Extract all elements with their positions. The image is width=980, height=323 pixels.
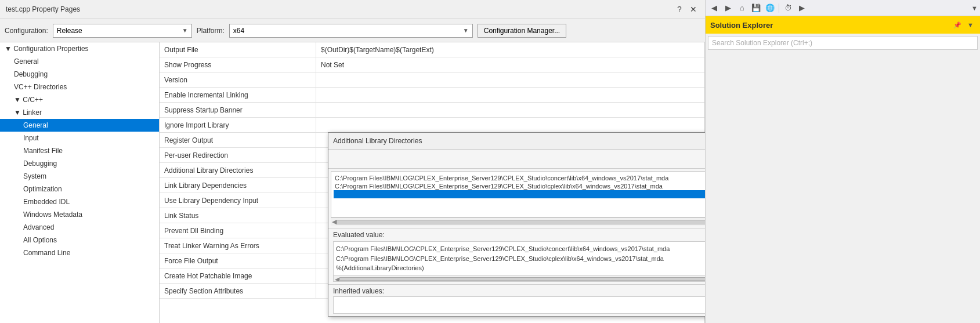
evaluated-value-box: C:\Program Files\IBM\ILOG\CPLEX_Enterpri… xyxy=(333,241,705,282)
evaluated-text: C:\Program Files\IBM\ILOG\CPLEX_Enterpri… xyxy=(334,242,705,275)
se-pin-btn[interactable]: 📌 xyxy=(952,21,963,30)
sidebar-item-input[interactable]: Input xyxy=(0,132,159,144)
globe-icon: 🌐 xyxy=(765,3,775,12)
se-forward-btn[interactable]: ▶ xyxy=(722,2,735,14)
sidebar-item-general[interactable]: General xyxy=(0,55,159,68)
configuration-value: Release xyxy=(57,27,82,35)
popup-titlebar: Additional Library Directories ? ✕ xyxy=(328,133,705,150)
se-expand-icon[interactable]: ▼ xyxy=(971,5,978,12)
sidebar-item-linker[interactable]: ▼ Linker xyxy=(0,106,159,119)
se-back-btn[interactable]: ◀ xyxy=(708,2,721,14)
sidebar-item-config-props[interactable]: ▼ Configuration Properties xyxy=(0,42,159,55)
property-name: Create Hot Patchable Image xyxy=(160,268,316,283)
list-item[interactable] xyxy=(334,190,705,198)
sidebar-item-label-debugging: Debugging xyxy=(14,70,48,78)
sidebar-item-linker-general[interactable]: General xyxy=(0,119,159,132)
property-name: Link Status xyxy=(160,208,316,223)
popup-edit-area: C:\Program Files\IBM\ILOG\CPLEX_Enterpri… xyxy=(328,169,705,228)
sidebar-item-label-optimization: Optimization xyxy=(23,185,62,193)
sidebar-item-label-input: Input xyxy=(23,134,39,142)
sidebar-item-all-options[interactable]: All Options xyxy=(0,234,159,246)
property-name: Suppress Startup Banner xyxy=(160,103,316,117)
dialog-question-btn[interactable]: ? xyxy=(674,3,685,15)
sidebar-item-manifest-file[interactable]: Manifest File xyxy=(0,144,159,157)
se-home-btn[interactable]: ⌂ xyxy=(736,2,748,14)
list-item[interactable]: C:\Program Files\IBM\ILOG\CPLEX_Enterpri… xyxy=(334,174,705,182)
property-value xyxy=(316,118,704,132)
scroll-left-icon[interactable]: ◀ xyxy=(332,218,337,226)
property-name: Enable Incremental Linking xyxy=(160,88,316,102)
se-search-box[interactable]: Search Solution Explorer (Ctrl+;) xyxy=(708,36,978,50)
se-dropdown-btn[interactable]: ▼ xyxy=(965,21,975,30)
property-name: Show Progress xyxy=(160,57,316,72)
sidebar-item-vc-dirs[interactable]: VC++ Directories xyxy=(0,81,159,93)
sidebar-item-system[interactable]: System xyxy=(0,170,159,183)
table-row[interactable]: Suppress Startup Banner xyxy=(160,103,704,118)
property-name: Use Library Dependency Input xyxy=(160,193,316,208)
sidebar-item-label-linker-general: General xyxy=(23,121,48,129)
table-row[interactable]: Enable Incremental Linking xyxy=(160,88,704,103)
se-header: Solution Explorer 📌 ▼ xyxy=(706,16,980,34)
configuration-select[interactable]: Release ▼ xyxy=(53,24,192,38)
sidebar-item-label-debugging2: Debugging xyxy=(23,159,57,168)
property-value xyxy=(316,103,704,117)
sidebar-item-embedded-idl[interactable]: Embedded IDL xyxy=(0,195,159,208)
scrollbar-track xyxy=(337,220,705,224)
table-row[interactable]: Version xyxy=(160,72,704,88)
table-row[interactable]: Ignore Import Library xyxy=(160,118,704,133)
se-timer-btn[interactable]: ⏱ xyxy=(782,2,794,14)
configuration-label: Configuration: xyxy=(5,27,48,35)
property-name: Specify Section Attributes xyxy=(160,284,316,298)
property-name: Additional Library Directories xyxy=(160,163,316,177)
sidebar-item-label-linker: ▼ Linker xyxy=(14,108,42,117)
sidebar-item-label-all-options: All Options xyxy=(23,236,57,244)
sidebar-item-debugging[interactable]: Debugging xyxy=(0,68,159,81)
property-value xyxy=(316,88,704,102)
sidebar-item-debugging2[interactable]: Debugging xyxy=(0,157,159,170)
popup-title: Additional Library Directories xyxy=(333,137,422,145)
forward-icon: ▶ xyxy=(725,3,731,12)
inherited-values-box xyxy=(333,296,705,314)
se-globe-btn[interactable]: 🌐 xyxy=(764,2,776,14)
paths-list[interactable]: C:\Program Files\IBM\ILOG\CPLEX_Enterpri… xyxy=(331,171,705,217)
sidebar-item-optimization[interactable]: Optimization xyxy=(0,183,159,195)
sidebar-item-label-system: System xyxy=(23,172,46,180)
se-separator xyxy=(779,3,779,13)
sidebar-item-label-cpp: ▼ C/C++ xyxy=(14,96,43,104)
sidebar-item-cpp[interactable]: ▼ C/C++ xyxy=(0,93,159,106)
se-header-controls: 📌 ▼ xyxy=(952,21,975,30)
dialog-titlebar: test.cpp Property Pages ? ✕ xyxy=(0,0,705,19)
table-row[interactable]: Show ProgressNot Set xyxy=(160,57,704,72)
dialog-title: test.cpp Property Pages xyxy=(6,5,80,13)
play-icon: ▶ xyxy=(799,3,805,12)
timer-icon: ⏱ xyxy=(784,3,792,12)
sidebar-item-advanced[interactable]: Advanced xyxy=(0,221,159,234)
property-value xyxy=(316,72,704,87)
dialog-close-btn[interactable]: ✕ xyxy=(688,3,699,15)
configuration-arrow-icon: ▼ xyxy=(182,27,188,34)
evaluated-label: Evaluated value: xyxy=(333,231,705,239)
list-item[interactable]: C:\Program Files\IBM\ILOG\CPLEX_Enterpri… xyxy=(334,182,705,190)
evaluated-scrollbar[interactable]: ◀ ▶ xyxy=(334,275,705,282)
horizontal-scrollbar[interactable]: ◀ ▶ xyxy=(331,217,705,226)
platform-arrow-icon: ▼ xyxy=(463,27,469,34)
back-icon: ◀ xyxy=(711,3,717,12)
sidebar-item-command-line[interactable]: Command Line xyxy=(0,246,159,259)
evaluated-section: Evaluated value: C:\Program Files\IBM\IL… xyxy=(328,228,705,284)
sidebar-item-windows-metadata[interactable]: Windows Metadata xyxy=(0,208,159,221)
property-name: Register Output xyxy=(160,133,316,147)
popup-toolbar: 📁 ✕ ↑ ↓ xyxy=(328,150,705,169)
se-save-btn[interactable]: 💾 xyxy=(750,2,762,14)
property-name: Output File xyxy=(160,42,316,57)
table-row[interactable]: Output File$(OutDir)$(TargetName)$(Targe… xyxy=(160,42,704,57)
inherited-label: Inherited values: xyxy=(333,287,705,295)
inherited-section: Inherited values: xyxy=(328,284,705,316)
platform-label: Platform: xyxy=(197,27,225,35)
platform-select[interactable]: x64 ▼ xyxy=(229,24,473,38)
dialog-controls: ? ✕ xyxy=(674,3,699,15)
eval-scroll-left-icon[interactable]: ◀ xyxy=(335,276,339,282)
solution-explorer: ◀ ▶ ⌂ 💾 🌐 ⏱ ▶ ▼ Solution Explorer 📌 ▼ Se… xyxy=(705,0,980,323)
configuration-manager-button[interactable]: Configuration Manager... xyxy=(478,24,566,38)
se-play-btn[interactable]: ▶ xyxy=(795,2,808,14)
save-icon: 💾 xyxy=(751,3,761,12)
